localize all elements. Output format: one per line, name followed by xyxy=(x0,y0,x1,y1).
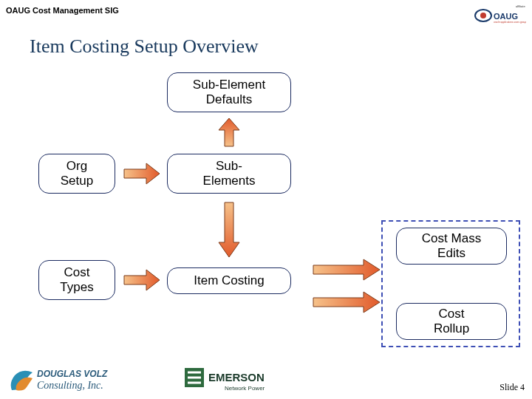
svg-point-2 xyxy=(480,13,486,18)
oaug-logo: affiliate of OAUG oracle applications us… xyxy=(473,3,526,24)
node-label: Org Setup xyxy=(61,159,93,188)
node-org-setup: Org Setup xyxy=(38,154,115,194)
node-cost-mass-edits: Cost Mass Edits xyxy=(396,228,507,265)
svg-marker-7 xyxy=(219,202,239,257)
arrow-right-icon xyxy=(310,257,381,282)
emerson-logo: EMERSON Network Power xyxy=(183,365,294,395)
arrow-right-icon xyxy=(121,267,161,293)
douglas-volz-logo: DOUGLAS VOLZ Consulting, Inc. xyxy=(7,365,163,395)
emerson-logo-icon: EMERSON Network Power xyxy=(183,365,294,395)
header-text: OAUG Cost Management SIG xyxy=(6,6,119,15)
svg-text:EMERSON: EMERSON xyxy=(208,371,265,383)
svg-marker-6 xyxy=(124,163,160,184)
node-cost-types: Cost Types xyxy=(38,260,115,300)
arrow-up-icon xyxy=(216,117,242,149)
oaug-logo-icon: affiliate of OAUG oracle applications us… xyxy=(473,3,526,24)
svg-text:OAUG: OAUG xyxy=(494,12,518,21)
node-label: Cost Rollup xyxy=(434,307,469,335)
svg-text:Network Power: Network Power xyxy=(225,385,265,392)
node-cost-rollup: Cost Rollup xyxy=(396,303,507,340)
arrow-down-icon xyxy=(216,200,242,259)
svg-marker-10 xyxy=(313,292,380,313)
node-label: Sub- Elements xyxy=(203,159,256,188)
arrow-right-icon xyxy=(121,161,161,186)
svg-marker-8 xyxy=(124,270,160,290)
node-sub-elements: Sub- Elements xyxy=(167,154,291,194)
arrow-right-icon xyxy=(310,290,381,315)
svg-text:Consulting, Inc.: Consulting, Inc. xyxy=(37,380,103,391)
node-label: Cost Mass Edits xyxy=(422,231,481,260)
node-sub-element-defaults: Sub-Element Defaults xyxy=(167,72,291,112)
page-title: Item Costing Setup Overview xyxy=(30,35,259,58)
svg-text:DOUGLAS VOLZ: DOUGLAS VOLZ xyxy=(37,369,108,379)
node-item-costing: Item Costing xyxy=(167,267,291,294)
svg-text:affiliate of: affiliate of xyxy=(516,4,526,8)
node-label: Sub-Element Defaults xyxy=(193,78,265,106)
slide-label: Slide xyxy=(499,382,518,392)
svg-marker-9 xyxy=(313,259,380,280)
slide-num-value: 4 xyxy=(520,382,525,392)
douglas-volz-logo-icon: DOUGLAS VOLZ Consulting, Inc. xyxy=(7,365,163,395)
svg-marker-5 xyxy=(219,118,239,146)
node-label: Item Costing xyxy=(194,273,264,288)
svg-text:oracle applications users grou: oracle applications users group xyxy=(494,21,526,24)
node-label: Cost Types xyxy=(60,265,93,294)
slide-number: Slide 4 xyxy=(499,382,525,393)
